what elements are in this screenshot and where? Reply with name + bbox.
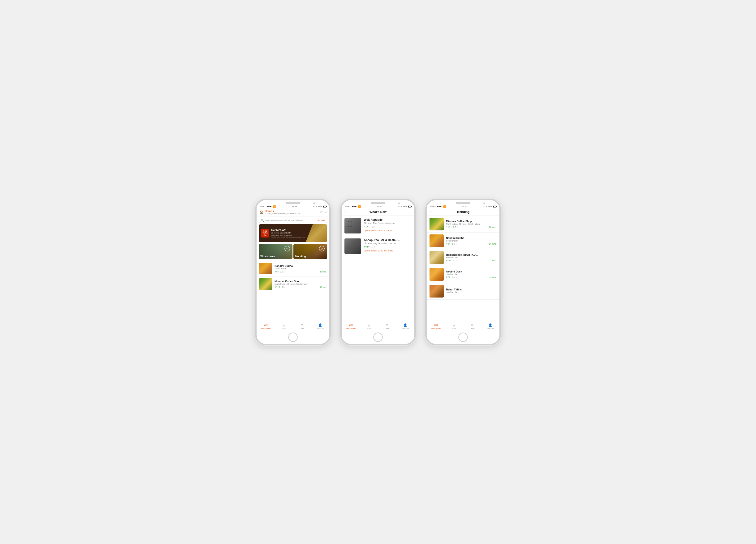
- promo-subtitle: on orders above Rs 350: [271, 232, 306, 234]
- nav-order-3[interactable]: ⊙ Order: [463, 323, 481, 330]
- annapurna-name: Annapurna Bar & Restau...: [364, 238, 412, 242]
- phone-3: Search 📶 23:22 ⊙ ↑ 26% ‹: [425, 199, 501, 345]
- tr-item-minerva[interactable]: Minerva Coffee Shop North Indian, Chines…: [427, 216, 499, 233]
- tr-rahul-info: Rahul Tiffins South Indian: [446, 288, 497, 294]
- order-nav-label: Order: [300, 328, 304, 330]
- home-button-1[interactable]: [288, 332, 298, 342]
- nandini-meta: ₹₹₹ 3.6 ☆ 26mins.: [275, 271, 327, 273]
- wifi-icon-3: 📶: [443, 205, 446, 208]
- whats-new-icon: ☆: [284, 246, 290, 251]
- gps-icon-3: ⊙: [483, 205, 485, 208]
- category-whats-new[interactable]: ☆ What's New: [259, 244, 292, 259]
- home-button-3[interactable]: [458, 332, 468, 342]
- tr-item-rambha[interactable]: Rambharose- BHATTAD... South Indian ₹₹₹₹…: [427, 249, 499, 266]
- tr-govind-time: 29mins.: [489, 276, 497, 279]
- annapurna-price: ₹₹₹₹: [364, 246, 369, 248]
- tr-rahul-cuisine: South Indian: [446, 291, 497, 294]
- carrier-label-2: Search: [344, 205, 351, 208]
- nav-restaurants-2[interactable]: 🍽 Restaurants: [342, 323, 360, 330]
- carrier-label: Search: [259, 205, 266, 208]
- tr-minerva-info: Minerva Coffee Shop North Indian, Chines…: [446, 220, 497, 228]
- phone-speaker-2: [371, 202, 385, 204]
- signal-dots: [267, 206, 272, 207]
- tr-item-rahul[interactable]: Rahul Tiffins South Indian: [427, 283, 499, 300]
- promo-banner[interactable]: CaféCoffeeDay Get 50% off on orders abov…: [259, 224, 327, 242]
- tr-rambha-rating: 3.9 ☆: [453, 259, 459, 262]
- back-button-2[interactable]: ‹: [344, 210, 346, 214]
- tr-item-govind[interactable]: Govind Dosa South Indian ₹₹₹ 3.4 ☆ 29min…: [427, 266, 499, 283]
- header-location[interactable]: Home ▾ 3-4-103, Street Number 2, Barkatp…: [265, 210, 320, 215]
- tr-minerva-meta: ₹₹₹₹ 3.9 ☆ 33mins.: [446, 226, 497, 228]
- arrow-icon: ↑: [316, 205, 317, 208]
- carrier-label-3: Search: [430, 205, 436, 208]
- nav-cart-3[interactable]: △ Cart: [445, 323, 463, 330]
- tr-minerva-price: ₹₹₹₹: [446, 226, 452, 228]
- dot3-2: [355, 206, 356, 207]
- wok-meta: ₹₹₹₹ 3.8 ☆: [364, 225, 412, 228]
- back-header-3: ‹ Trending: [427, 208, 499, 216]
- phone-1: Search 📶 23:21 ⊙ ↑ 26%: [255, 199, 331, 345]
- whats-new-label: What's New: [260, 255, 275, 258]
- nav-restaurants-3[interactable]: 🍽 Restaurants: [427, 323, 445, 330]
- tr-rambha-cuisine: South Indian: [446, 256, 497, 259]
- menu-icon[interactable]: ≡: [325, 211, 326, 214]
- wok-info: Wok Republic Chinese, Thai, Asian, Indon…: [364, 218, 412, 232]
- home-icon: 🏠: [259, 210, 263, 214]
- wok-thumb: [344, 218, 361, 233]
- annapurna-meta: ₹₹₹₹ -- ☆: [364, 246, 412, 248]
- battery-fill-3: [493, 206, 494, 207]
- back-button-3[interactable]: ‹: [430, 210, 431, 214]
- nav-cart-1[interactable]: △ Cart: [275, 323, 293, 330]
- dot4-3: [441, 206, 442, 207]
- tr-minerva-cuisine: North Indian, Chinese, South Indian: [446, 223, 497, 225]
- nav-order-1[interactable]: ⊙ Order: [293, 323, 311, 330]
- nandini-thumb: [259, 263, 272, 274]
- nav-restaurants-1[interactable]: 🍽 Restaurants: [257, 323, 275, 330]
- nav-order-2[interactable]: ⊙ Order: [378, 323, 396, 330]
- home-button-2[interactable]: [373, 332, 383, 342]
- nandini-name: Nandini Sudha: [275, 264, 327, 267]
- status-bar-2: Search 📶 23:22 ⊙ ↑ 26%: [342, 205, 414, 208]
- nav-cart-2[interactable]: △ Cart: [360, 323, 378, 330]
- tr-minerva-thumb: [430, 218, 444, 230]
- phone-top-bar-1: [257, 200, 329, 205]
- search-bar-1[interactable]: 🔍 Search restaurants, dishes and cuisine…: [259, 218, 327, 223]
- tr-rambha-price: ₹₹₹₹: [446, 259, 452, 262]
- tr-nandini-rating: 3.6 ☆: [452, 243, 457, 245]
- filter-button[interactable]: FILTER: [316, 219, 325, 222]
- trending-list: Minerva Coffee Shop North Indian, Chines…: [427, 216, 499, 322]
- cart-nav-icon: △: [283, 323, 285, 327]
- nandini-time: 26mins.: [319, 271, 327, 273]
- battery-pct: 26%: [318, 205, 322, 208]
- heart-icon[interactable]: ♡: [320, 211, 323, 214]
- promo-logo: CaféCoffeeDay: [261, 229, 269, 237]
- wn-item-wok[interactable]: Wok Republic Chinese, Thai, Asian, Indon…: [342, 216, 414, 236]
- wn-item-annapurna[interactable]: Annapurna Bar & Restau... Chinese, Mughl…: [342, 236, 414, 256]
- tr-nandini-meta: ₹₹₹ 3.6 ☆ 26mins.: [446, 243, 497, 245]
- nav-account-3[interactable]: 👤 Account: [481, 323, 499, 330]
- back-header-2: ‹ What's New: [342, 208, 414, 216]
- category-trending[interactable]: ⊙ Trending: [293, 244, 327, 259]
- account-nav-label-3: Account: [487, 328, 494, 330]
- phone-camera-2: [398, 203, 400, 204]
- bottom-nav-3: 🍽 Restaurants △ Cart ⊙ Order 👤 Account: [427, 322, 499, 331]
- battery-fill-2: [408, 206, 409, 207]
- tr-govind-info: Govind Dosa South Indian ₹₹₹ 3.4 ☆ 29min…: [446, 270, 497, 279]
- battery-icon: [323, 206, 326, 207]
- status-bar-1: Search 📶 23:21 ⊙ ↑ 26%: [257, 205, 329, 208]
- battery-fill: [323, 206, 324, 207]
- nav-account-2[interactable]: 👤 Account: [396, 323, 414, 330]
- cart-nav-label: Cart: [282, 328, 286, 330]
- tr-govind-cuisine: South Indian: [446, 273, 497, 276]
- tr-item-nandini[interactable]: Nandini Sudha South Indian ₹₹₹ 3.6 ☆ 26m…: [427, 233, 499, 249]
- battery-pct-2: 26%: [403, 205, 407, 208]
- tr-govind-thumb: [430, 268, 444, 281]
- phone-camera: [313, 203, 315, 204]
- restaurants-nav-icon-2: 🍽: [349, 323, 352, 327]
- cart-nav-label-2: Cart: [367, 328, 371, 330]
- restaurant-item-minerva[interactable]: Minerva Coffee Shop North Indian, Chines…: [257, 276, 329, 292]
- restaurants-nav-label-3: Restaurants: [431, 328, 441, 330]
- wok-rating: 3.8 ☆: [371, 225, 378, 228]
- nav-account-1[interactable]: 👤 Account: [311, 323, 329, 330]
- restaurant-item-nandini[interactable]: Nandini Sudha South Indian ₹₹₹ 3.6 ☆ 26m…: [257, 261, 329, 276]
